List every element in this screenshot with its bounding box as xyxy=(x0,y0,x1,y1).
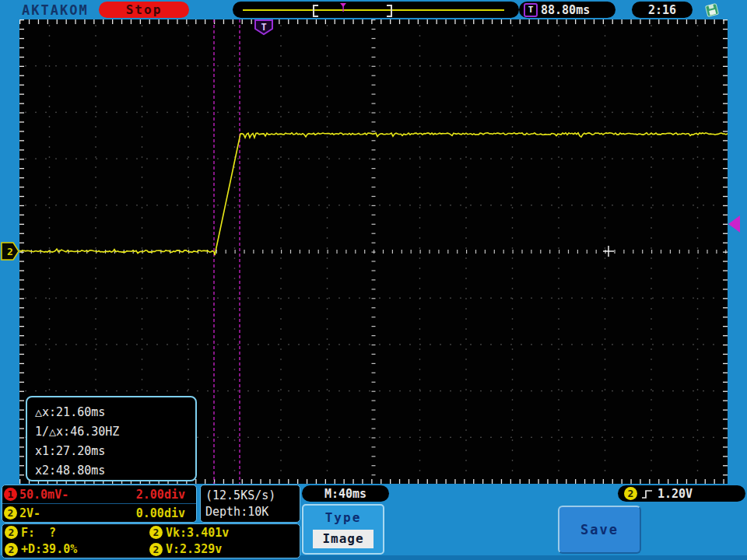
acquisition-info-box: (12.5KS/s) Depth:10K xyxy=(200,485,300,523)
measurement-text: V:2.329v xyxy=(166,542,222,556)
trigger-level-value: 1.20V xyxy=(658,487,693,501)
save-button[interactable]: Save xyxy=(558,506,641,554)
channel1-offset: 2.00div xyxy=(136,488,185,502)
menu-selected-option[interactable]: Image xyxy=(313,530,374,548)
trigger-position-marker-icon[interactable] xyxy=(339,3,347,12)
run-state-indicator: Stop xyxy=(99,2,189,18)
measurement-text: F: ? xyxy=(21,526,56,540)
measurement-badge: 2 xyxy=(149,526,163,539)
measurement-text: Vk:3.401v xyxy=(166,526,229,540)
svg-text:2: 2 xyxy=(7,246,13,257)
cursor-measurement-box: △x:21.60ms 1/△x:46.30HZ x1:27.20ms x2:48… xyxy=(26,396,197,481)
measurement-duty: 2 +D:39.0% xyxy=(5,542,149,556)
trigger-settings-readout: 2 1.20V xyxy=(618,485,745,502)
measurement-badge: 2 xyxy=(149,543,163,556)
brand-logo: AKTAKOM xyxy=(22,2,89,18)
measurement-badge: 2 xyxy=(5,543,18,556)
view-window-right-bracket xyxy=(387,5,392,17)
timebase-readout: M:40ms xyxy=(302,485,389,502)
channel-settings-panel: 1 50.0mV- 2.00div 2 2V- 0.00div xyxy=(2,485,197,523)
measurement-badge: 2 xyxy=(5,526,18,539)
sample-rate: (12.5KS/s) xyxy=(205,488,300,504)
channel2-offset: 0.00div xyxy=(136,506,185,520)
channel1-badge: 1 xyxy=(4,488,17,501)
view-window-left-bracket xyxy=(313,5,318,17)
channel2-position-marker[interactable]: 2 xyxy=(1,242,20,261)
channel1-scale: 50.0mV- xyxy=(19,488,68,502)
cursor-x1: x1:27.20ms xyxy=(35,442,195,461)
record-position-bar xyxy=(233,2,519,18)
memory-depth: Depth:10K xyxy=(205,504,300,520)
channel2-settings: 2 2V- 0.00div xyxy=(2,504,196,522)
rising-edge-icon xyxy=(641,488,654,499)
cursor-delta-x: △x:21.60ms xyxy=(35,403,195,422)
trigger-source-badge: 2 xyxy=(624,487,637,500)
trigger-level-marker[interactable] xyxy=(728,215,740,233)
measurement-vk: 2 Vk:3.401v xyxy=(149,526,300,540)
trigger-time-readout: T 88.80ms xyxy=(519,2,615,18)
storage-icon xyxy=(703,2,721,19)
measurement-frequency: 2 F: ? xyxy=(5,526,149,540)
svg-text:T: T xyxy=(261,22,266,33)
oscilloscope-screen: AKTAKOM Stop T 88.80ms 2:16 T △x:21.60ms… xyxy=(0,0,747,560)
trigger-t-icon: T xyxy=(524,3,538,17)
measurements-panel: 2 F: ? 2 Vk:3.401v 2 +D:39.0% 2 V:2.329v xyxy=(2,523,300,558)
channel2-scale: 2V- xyxy=(19,506,40,520)
save-menu-panel[interactable]: Type Image xyxy=(302,504,384,555)
channel2-badge: 2 xyxy=(4,506,17,520)
trigger-time-value: 88.80ms xyxy=(541,3,590,17)
measurement-text: +D:39.0% xyxy=(21,542,77,556)
cursor-inverse-delta-x: 1/△x:46.30HZ xyxy=(35,422,195,442)
cursor-x2: x2:48.80ms xyxy=(35,461,195,481)
record-length-line xyxy=(243,9,504,11)
menu-title: Type xyxy=(303,510,383,525)
channel1-settings: 1 50.0mV- 2.00div xyxy=(2,485,196,504)
clock: 2:16 xyxy=(632,2,693,18)
measurement-voltage: 2 V:2.329v xyxy=(149,542,300,556)
